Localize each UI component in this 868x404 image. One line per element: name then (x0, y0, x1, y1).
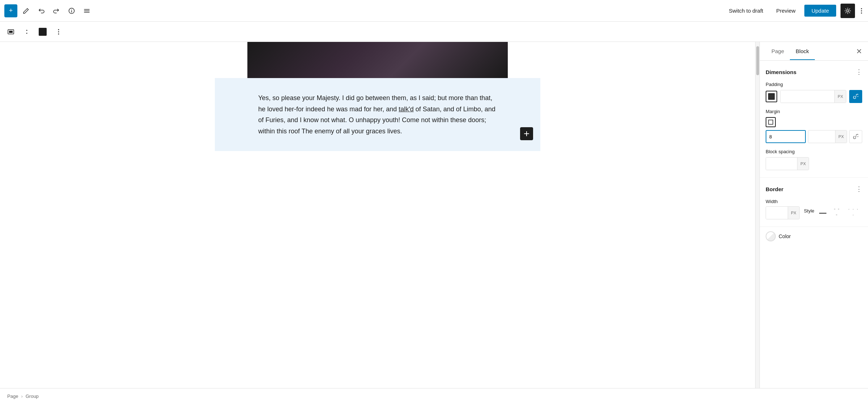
block-type-icon (39, 28, 47, 36)
border-width-field: Width PX (766, 199, 800, 219)
margin-label: Margin (766, 109, 862, 114)
margin-link-button[interactable] (849, 130, 862, 143)
solid-line-icon (819, 213, 826, 214)
info-icon (68, 8, 75, 14)
svg-point-8 (861, 10, 862, 11)
breadcrumb-separator: › (21, 394, 22, 399)
border-width-style-row: Width PX Style - - - (766, 199, 862, 219)
border-more-button[interactable]: ⋮ (856, 185, 862, 193)
border-dotted-button[interactable]: · · · · (845, 204, 862, 219)
border-style-field: Style - - - · · · · (804, 204, 862, 219)
link-icon (853, 94, 858, 99)
svg-point-12 (58, 29, 59, 30)
pen-button[interactable] (20, 4, 33, 17)
scrollbar-thumb (756, 46, 759, 75)
switch-to-draft-button[interactable]: Switch to draft (724, 5, 767, 16)
margin-unit-2: PX (835, 130, 847, 143)
border-section: Border ⋮ Width PX Style (760, 178, 868, 227)
list-view-button[interactable] (80, 4, 93, 17)
padding-input[interactable] (780, 90, 834, 103)
editor-content: Yes, so please your Majesty. I did go be… (215, 42, 540, 151)
settings-button[interactable] (841, 4, 855, 18)
breadcrumb-page[interactable]: Page (7, 394, 18, 399)
padding-input-group: PX (780, 90, 846, 103)
svg-point-9 (861, 12, 862, 13)
main-area: Yes, so please your Majesty. I did go be… (0, 42, 868, 388)
update-button[interactable]: Update (804, 5, 836, 17)
svg-point-2 (71, 9, 72, 10)
add-block-button[interactable] (520, 127, 533, 140)
preview-button[interactable]: Preview (772, 5, 800, 16)
border-solid-button[interactable] (817, 204, 829, 219)
redo-icon (53, 8, 60, 14)
block-more-button[interactable] (52, 25, 65, 38)
block-spacing-input[interactable] (766, 158, 797, 170)
link-outline-icon (853, 134, 858, 139)
pen-icon (23, 8, 29, 14)
margin-input-1-group: REM (766, 130, 806, 143)
dimensions-header: Dimensions ⋮ (766, 68, 862, 76)
dimensions-more-button[interactable]: ⋮ (856, 68, 862, 76)
border-title: Border (766, 186, 783, 192)
border-header: Border ⋮ (766, 185, 862, 193)
text-block[interactable]: Yes, so please your Majesty. I did go be… (247, 93, 508, 137)
svg-point-7 (861, 8, 862, 9)
move-icon (23, 28, 30, 35)
svg-rect-11 (9, 31, 13, 33)
breadcrumb: Page › Group (0, 388, 868, 404)
add-block-toolbar-button[interactable]: + (4, 4, 17, 17)
info-button[interactable] (65, 4, 78, 17)
svg-point-13 (58, 31, 59, 32)
undo-button[interactable] (35, 4, 48, 17)
toggle-block-icon (7, 28, 14, 35)
border-dashed-button[interactable]: - - - (830, 204, 843, 219)
vertical-dots-icon (861, 8, 862, 14)
margin-input-1[interactable] (766, 131, 806, 142)
move-block-button[interactable] (20, 25, 33, 38)
padding-link-button[interactable] (849, 90, 862, 103)
margin-input-2[interactable] (808, 130, 835, 143)
list-icon (84, 8, 90, 14)
border-style-options: - - - · · · · (817, 204, 862, 219)
padding-label: Padding (766, 82, 862, 87)
border-width-input[interactable] (766, 207, 788, 219)
editor-area: Yes, so please your Majesty. I did go be… (0, 42, 755, 388)
tab-page[interactable]: Page (766, 43, 790, 60)
margin-inputs-row: REM PX (766, 130, 862, 143)
margin-box-icon (768, 120, 773, 125)
dimensions-section: Dimensions ⋮ Padding PX (760, 61, 868, 178)
padding-unit: PX (834, 90, 846, 103)
color-label: Color (779, 233, 791, 239)
gear-icon (844, 8, 851, 14)
panel-close-button[interactable]: ✕ (856, 47, 862, 56)
top-toolbar: + (0, 0, 868, 22)
padding-icon (766, 91, 777, 102)
border-width-label: Width (766, 199, 800, 204)
dashed-line-icon: - - - (834, 206, 840, 218)
dotted-line-icon: · · · · (848, 206, 859, 218)
padding-icon-inner (768, 93, 775, 100)
tab-block[interactable]: Block (790, 43, 815, 60)
editor-scrollbar[interactable] (755, 42, 760, 388)
image-block (247, 42, 508, 78)
padding-row: PX (766, 90, 862, 103)
spacing-row: PX (766, 157, 862, 170)
redo-button[interactable] (50, 4, 63, 17)
margin-icon-row (766, 117, 862, 127)
dimensions-title: Dimensions (766, 69, 796, 75)
block-type-button[interactable] (36, 25, 49, 38)
svg-rect-17 (769, 120, 773, 124)
block-spacing-input-group: PX (766, 157, 809, 170)
image-inner (247, 42, 508, 78)
secondary-toolbar (0, 22, 868, 42)
toolbar-left: + (4, 4, 722, 17)
block-spacing-unit: PX (797, 158, 809, 170)
color-section: Color (760, 227, 868, 246)
breadcrumb-group[interactable]: Group (26, 394, 39, 399)
text-block-container: Yes, so please your Majesty. I did go be… (215, 78, 540, 151)
more-icon (55, 29, 62, 35)
toggle-block-button[interactable] (4, 25, 17, 38)
more-options-button[interactable] (859, 6, 864, 16)
underline-text: talk'd (399, 106, 413, 113)
border-style-label: Style (804, 208, 814, 214)
